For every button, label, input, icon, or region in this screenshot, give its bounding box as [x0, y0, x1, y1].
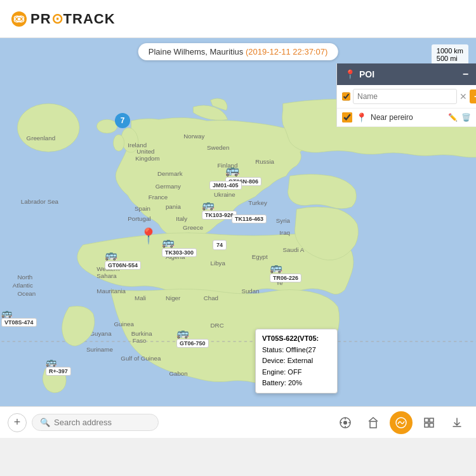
- toolbar-download-btn[interactable]: [446, 411, 468, 434]
- svg-text:North: North: [17, 274, 32, 281]
- svg-text:United: United: [136, 148, 154, 155]
- search-icon: 🔍: [40, 418, 50, 427]
- poi-item-label: Near pereiro: [371, 113, 444, 122]
- svg-text:Gulf of Guinea: Gulf of Guinea: [121, 355, 161, 362]
- svg-rect-63: [430, 418, 433, 422]
- poi-item-checkbox[interactable]: [342, 112, 352, 122]
- info-popup: VT05S-622(VT05: Status: Offline(27 Devic…: [255, 329, 338, 393]
- svg-text:Portugal: Portugal: [128, 215, 150, 222]
- svg-text:Iraq: Iraq: [279, 229, 290, 236]
- svg-text:Spain: Spain: [135, 205, 150, 212]
- popup-title: VT05S-622(VT05:: [262, 333, 331, 345]
- tracker-icon-gt06n-554[interactable]: 🚌 GT06N-554: [105, 249, 141, 270]
- svg-text:Chad: Chad: [204, 294, 218, 301]
- tracker-icon-vt08s-474[interactable]: 🚌 VT08S-474: [1, 308, 37, 327]
- toolbar-location-btn[interactable]: [334, 411, 357, 434]
- grid-icon: [423, 416, 435, 429]
- svg-text:Greece: Greece: [183, 224, 203, 231]
- svg-rect-60: [370, 421, 376, 428]
- dashboard-icon: [395, 416, 407, 429]
- svg-point-55: [343, 421, 347, 425]
- svg-rect-65: [430, 423, 433, 427]
- map-container[interactable]: Labrador Sea North Atlantic Ocean Greenl…: [0, 38, 476, 438]
- svg-point-6: [96, 119, 117, 133]
- building-icon: [367, 416, 380, 429]
- svg-text:Turkey: Turkey: [248, 199, 267, 206]
- location-pin: 📍: [139, 227, 158, 245]
- svg-text:Sudan: Sudan: [241, 288, 259, 294]
- popup-device: Device: External: [262, 355, 331, 367]
- svg-text:Sweden: Sweden: [207, 144, 229, 151]
- location-coords: (2019-12-11 22:37:07): [246, 47, 327, 56]
- popup-battery: Battery: 20%: [262, 378, 331, 389]
- poi-pin-icon: 📍: [345, 69, 355, 79]
- poi-item-near-pereiro: 📍 Near pereiro ✏️ 🗑️: [337, 109, 476, 127]
- popup-engine: Engine: OFF: [262, 367, 331, 378]
- svg-text:Germany: Germany: [155, 183, 181, 190]
- tracker-icon-jm01-405[interactable]: JM01-405: [209, 181, 242, 190]
- svg-text:Suriname: Suriname: [86, 346, 113, 353]
- svg-text:Kingdom: Kingdom: [135, 155, 160, 162]
- poi-minimize-btn[interactable]: −: [463, 69, 468, 80]
- poi-header: 📍 POI −: [337, 63, 476, 85]
- svg-text:Ireland: Ireland: [128, 142, 147, 149]
- svg-text:Ukraine: Ukraine: [214, 191, 235, 198]
- logo-icon: [10, 10, 28, 28]
- poi-search-input[interactable]: [353, 89, 457, 104]
- svg-text:Mauritania: Mauritania: [96, 288, 126, 294]
- tracker-icon-gt06-750[interactable]: 🚌 GT06-750: [176, 327, 209, 348]
- poi-search-clear[interactable]: ✕: [459, 91, 467, 102]
- svg-text:Guinea: Guinea: [114, 321, 134, 327]
- svg-rect-62: [425, 418, 428, 422]
- search-bar[interactable]: 🔍: [32, 414, 159, 431]
- toolbar-grid-btn[interactable]: [418, 411, 440, 434]
- poi-item-pin-icon: 📍: [356, 112, 367, 122]
- svg-rect-64: [425, 423, 428, 427]
- toolbar-dashboard-btn[interactable]: [390, 411, 413, 434]
- svg-text:Greenland: Greenland: [27, 135, 56, 142]
- svg-text:Egypt: Egypt: [252, 253, 268, 260]
- poi-add-btn[interactable]: +: [470, 89, 476, 103]
- svg-point-8: [113, 135, 124, 151]
- svg-text:Burkina: Burkina: [131, 330, 153, 337]
- cluster-badge[interactable]: 7: [115, 113, 130, 128]
- tracker-icon-tr06-226[interactable]: 🚌 TR06-226: [270, 261, 301, 282]
- bottom-toolbar: + 🔍: [0, 406, 476, 438]
- toolbar-add-btn[interactable]: +: [8, 413, 27, 432]
- tracker-label-74[interactable]: 74: [213, 240, 227, 250]
- logo-text: PR⊙TRACK: [30, 11, 116, 27]
- svg-text:France: France: [149, 194, 168, 201]
- svg-text:Atlantic: Atlantic: [13, 282, 33, 289]
- scale-bar: 1000 km 500 mi: [432, 44, 468, 65]
- svg-text:Guyana: Guyana: [89, 330, 112, 337]
- svg-text:pania: pania: [166, 203, 181, 210]
- toolbar-building-btn[interactable]: [362, 411, 385, 434]
- svg-text:Gabon: Gabon: [169, 370, 187, 377]
- download-icon: [451, 416, 463, 429]
- poi-title: POI: [359, 69, 374, 79]
- popup-status: Status: Offline(27: [262, 345, 331, 356]
- svg-text:Italy: Italy: [176, 215, 187, 222]
- search-address-input[interactable]: [54, 418, 150, 427]
- poi-panel: 📍 POI − ✕ + 📍 Near pereiro ✏️ 🗑️: [336, 63, 476, 127]
- svg-text:Syria: Syria: [276, 217, 291, 224]
- poi-delete-btn[interactable]: 🗑️: [461, 113, 471, 122]
- tracker-icon-r-397[interactable]: 🚌 R+-397: [46, 357, 71, 376]
- poi-search-row: ✕ +: [337, 85, 476, 109]
- poi-checkbox-all[interactable]: [342, 91, 350, 102]
- svg-text:Denmark: Denmark: [157, 170, 183, 177]
- svg-text:Mali: Mali: [135, 294, 146, 301]
- tracker-icon-tk116-463[interactable]: TK116-463: [232, 215, 267, 223]
- poi-edit-btn[interactable]: ✏️: [448, 113, 458, 122]
- svg-text:Niger: Niger: [166, 294, 181, 301]
- location-text: Plaine Wilhems, Mauritius: [149, 47, 244, 56]
- svg-text:Libya: Libya: [211, 260, 226, 267]
- svg-text:Norway: Norway: [183, 133, 204, 140]
- svg-text:DRC: DRC: [211, 322, 224, 329]
- svg-text:Saudi A: Saudi A: [283, 246, 305, 253]
- logo: PR⊙TRACK: [10, 10, 116, 28]
- svg-point-3: [18, 17, 21, 20]
- svg-text:Faso: Faso: [133, 337, 147, 344]
- tracker-icon-tk303-300[interactable]: 🚌 TK303-300: [162, 236, 197, 257]
- app-header: PR⊙TRACK: [0, 0, 476, 38]
